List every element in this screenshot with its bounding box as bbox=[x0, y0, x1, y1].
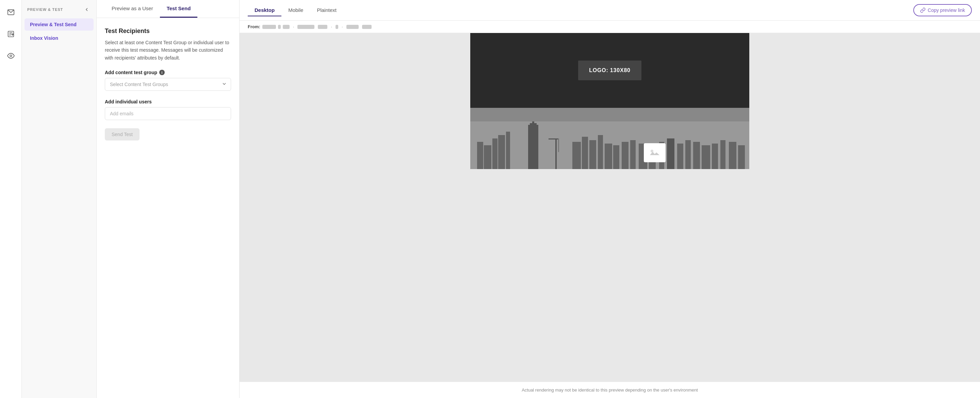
sidebar-back-button[interactable] bbox=[83, 5, 91, 14]
svg-rect-20 bbox=[589, 140, 596, 169]
svg-rect-33 bbox=[702, 145, 710, 169]
svg-rect-22 bbox=[605, 143, 612, 169]
email-logo-placeholder: LOGO: 130X80 bbox=[578, 60, 641, 80]
svg-rect-34 bbox=[712, 143, 718, 169]
tab-test-send[interactable]: Test Send bbox=[160, 0, 198, 18]
form-title: Test Recipients bbox=[105, 27, 231, 35]
svg-rect-18 bbox=[572, 142, 581, 169]
preview-footer-note: Actual rendering may not be identical to… bbox=[240, 382, 980, 398]
preview-tab-desktop[interactable]: Desktop bbox=[248, 5, 282, 16]
from-blur-3 bbox=[283, 25, 290, 29]
preview-header: Desktop Mobile Plaintext Copy preview li… bbox=[240, 0, 980, 21]
svg-point-5 bbox=[10, 55, 12, 57]
content-test-group-info-icon[interactable]: i bbox=[159, 70, 165, 75]
copy-preview-link-button[interactable]: Copy preview link bbox=[913, 4, 972, 16]
svg-rect-8 bbox=[484, 145, 492, 169]
from-blur-8 bbox=[362, 25, 372, 29]
svg-rect-15 bbox=[555, 139, 557, 169]
svg-rect-31 bbox=[685, 140, 691, 169]
svg-rect-17 bbox=[558, 139, 559, 152]
from-blur-6 bbox=[336, 25, 338, 29]
svg-rect-25 bbox=[630, 140, 636, 169]
sidebar-header: Preview & Test bbox=[22, 5, 96, 18]
icon-bar bbox=[0, 0, 22, 398]
eye-nav-icon[interactable] bbox=[4, 49, 18, 62]
from-bar: From: · · · bbox=[240, 21, 980, 33]
email-dark-header: LOGO: 130X80 bbox=[470, 33, 749, 108]
svg-rect-14 bbox=[532, 121, 534, 128]
content-test-group-label: Add content test group i bbox=[105, 70, 231, 75]
svg-rect-7 bbox=[477, 142, 483, 169]
mail-nav-icon[interactable] bbox=[4, 5, 18, 19]
image-placeholder-icon bbox=[644, 143, 666, 162]
sidebar-item-inbox-vision[interactable]: Inbox Vision bbox=[24, 32, 94, 44]
svg-rect-36 bbox=[729, 142, 737, 169]
send-test-button[interactable]: Send Test bbox=[105, 128, 140, 140]
sidebar: Preview & Test Preview & Test Send Inbox… bbox=[22, 0, 97, 398]
from-blur-1 bbox=[262, 25, 276, 29]
email-image-section bbox=[470, 108, 749, 169]
svg-rect-11 bbox=[506, 132, 510, 169]
city-silhouette-svg bbox=[470, 121, 749, 169]
svg-rect-38 bbox=[649, 148, 661, 158]
preview-tab-plaintext[interactable]: Plaintext bbox=[310, 5, 343, 16]
content-test-group-select[interactable]: Select Content Test Groups bbox=[105, 78, 231, 91]
sidebar-section-label: Preview & Test bbox=[27, 8, 63, 11]
tab-bar: Preview as a User Test Send bbox=[97, 0, 239, 18]
svg-rect-21 bbox=[598, 135, 603, 169]
preview-tab-mobile[interactable]: Mobile bbox=[282, 5, 310, 16]
email-preview-frame: LOGO: 130X80 bbox=[470, 33, 749, 169]
content-test-group-select-wrapper: Select Content Test Groups bbox=[105, 78, 231, 91]
form-content: Test Recipients Select at least one Cont… bbox=[97, 18, 239, 398]
from-blur-5 bbox=[318, 25, 327, 29]
svg-rect-30 bbox=[677, 143, 683, 169]
main-panel: Preview as a User Test Send Test Recipie… bbox=[97, 0, 240, 398]
svg-rect-9 bbox=[492, 139, 498, 169]
individual-users-input[interactable] bbox=[105, 107, 231, 120]
preview-tab-bar: Desktop Mobile Plaintext bbox=[248, 5, 343, 16]
tab-preview-as-user[interactable]: Preview as a User bbox=[105, 0, 160, 18]
edit-nav-icon[interactable] bbox=[4, 27, 18, 41]
sidebar-item-preview-test-send[interactable]: Preview & Test Send bbox=[24, 18, 94, 30]
preview-panel: Desktop Mobile Plaintext Copy preview li… bbox=[240, 0, 980, 398]
preview-content-area: LOGO: 130X80 bbox=[240, 33, 980, 382]
svg-rect-32 bbox=[693, 142, 700, 169]
svg-rect-37 bbox=[738, 145, 745, 169]
form-description: Select at least one Content Test Group o… bbox=[105, 39, 231, 62]
content-test-group-field: Add content test group i Select Content … bbox=[105, 70, 231, 91]
svg-rect-16 bbox=[549, 139, 558, 140]
svg-rect-24 bbox=[622, 142, 628, 169]
svg-rect-35 bbox=[721, 140, 725, 169]
svg-rect-10 bbox=[498, 135, 505, 169]
from-blur-4 bbox=[298, 25, 314, 29]
email-preview-wrapper: LOGO: 130X80 bbox=[470, 33, 749, 169]
from-blur-2 bbox=[278, 25, 281, 29]
svg-rect-12 bbox=[528, 125, 538, 169]
svg-rect-23 bbox=[613, 145, 619, 169]
svg-rect-29 bbox=[667, 139, 675, 169]
svg-rect-19 bbox=[582, 137, 588, 169]
svg-point-39 bbox=[651, 150, 653, 153]
individual-users-field: Add individual users bbox=[105, 99, 231, 120]
individual-users-label: Add individual users bbox=[105, 99, 231, 104]
from-blur-7 bbox=[347, 25, 359, 29]
